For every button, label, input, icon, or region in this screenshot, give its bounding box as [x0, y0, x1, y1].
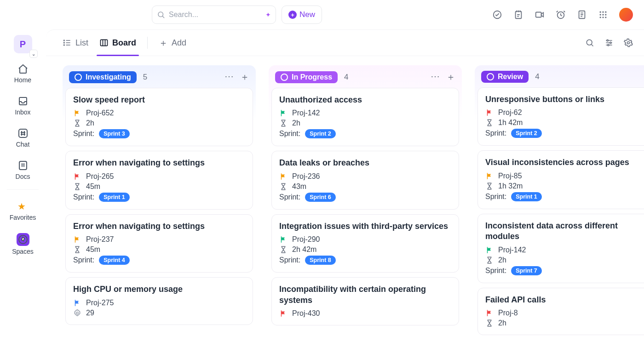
task-card[interactable]: Incompatibility with certain operating s… [271, 277, 459, 325]
column-more-icon[interactable]: ⋯ [224, 71, 234, 83]
column-count: 5 [143, 73, 147, 82]
sidebar-item-favorites[interactable]: ★ Favorites [0, 195, 46, 225]
hash-icon [17, 128, 29, 139]
flag-icon [73, 235, 81, 244]
user-avatar[interactable] [619, 8, 633, 22]
sprint-badge[interactable]: Sprint 1 [99, 193, 130, 202]
board-column: In Progress 4 ⋯ ＋ Unauthorized access Pr… [269, 65, 462, 329]
sprint-badge[interactable]: Sprint 8 [305, 256, 336, 265]
settings-gear-icon[interactable] [624, 38, 633, 47]
sprint-label: Sprint: [279, 130, 300, 138]
svg-point-15 [605, 17, 606, 18]
doc-icon[interactable] [577, 10, 587, 20]
task-card[interactable]: Unauthorized access Proj-142 2h Sprint:S… [271, 88, 459, 146]
task-card[interactable]: Slow speed report Proj-652 2h Sprint:Spr… [65, 88, 253, 146]
sprint-label: Sprint: [485, 193, 506, 201]
hourglass-icon [485, 319, 494, 327]
sprint-label: Sprint: [279, 256, 300, 264]
card-time-row: 45m [73, 245, 245, 254]
task-check-icon[interactable] [492, 10, 502, 20]
card-project-row: Proj-8 [485, 309, 644, 317]
svg-point-9 [605, 11, 606, 13]
column-add-icon[interactable]: ＋ [240, 71, 249, 83]
card-time: 2h [498, 256, 506, 264]
sprint-label: Sprint: [485, 267, 506, 275]
status-dot-icon [487, 73, 494, 80]
reminder-icon[interactable] [556, 10, 566, 20]
notepad-icon[interactable] [513, 10, 523, 20]
card-time-row: 2h [279, 119, 451, 127]
card-time: 2h [86, 119, 94, 127]
tab-board[interactable]: Board [99, 30, 136, 56]
card-title: Unresponsive buttons or links [485, 94, 644, 105]
card-sprint-row: Sprint:Sprint 2 [279, 129, 451, 138]
status-chip[interactable]: In Progress [275, 71, 338, 83]
task-card[interactable]: High CPU or memory usage Proj-275 29 [65, 277, 253, 325]
task-card[interactable]: Failed API calls Proj-8 2h [477, 288, 644, 335]
status-label: Investigating [86, 73, 131, 81]
sprint-badge[interactable]: Sprint 1 [511, 192, 542, 201]
card-title: High CPU or memory usage [73, 284, 245, 295]
task-card[interactable]: Integration issues with third-party serv… [271, 214, 459, 273]
flag-icon [279, 235, 288, 244]
task-card[interactable]: Visual inconsistencies across pages Proj… [477, 150, 644, 209]
sidebar-item-spaces[interactable]: Spaces [0, 228, 46, 259]
search-input[interactable] [169, 11, 262, 19]
record-clip-icon[interactable] [535, 10, 545, 20]
sidebar-item-label: Docs [16, 173, 30, 180]
filter-settings-icon[interactable] [604, 38, 614, 47]
card-title: Failed API calls [485, 295, 644, 305]
new-button[interactable]: + New [282, 6, 322, 24]
card-title: Incompatibility with certain operating s… [279, 284, 451, 306]
card-title: Slow speed report [73, 95, 245, 105]
hourglass-icon [279, 119, 288, 127]
sprint-badge[interactable]: Sprint 7 [511, 266, 542, 275]
workspace-switcher[interactable]: P ⌄ [14, 35, 32, 53]
sidebar-item-home[interactable]: Home [0, 58, 46, 87]
task-card[interactable]: Unresponsive buttons or links Proj-62 1h… [477, 87, 644, 146]
column-more-icon[interactable]: ⋯ [431, 71, 440, 83]
card-project-row: Proj-236 [279, 172, 451, 181]
sprint-badge[interactable]: Sprint 4 [99, 256, 130, 265]
task-card[interactable]: Data leaks or breaches Proj-236 43m Spri… [271, 151, 459, 209]
card-project-row: Proj-142 [485, 246, 644, 254]
sprint-badge[interactable]: Sprint 6 [305, 193, 336, 202]
hourglass-icon [485, 182, 494, 190]
task-card[interactable]: Error when navigating to settings Proj-2… [65, 214, 253, 273]
card-project-row: Proj-85 [485, 172, 644, 180]
card-points: 29 [86, 309, 94, 317]
card-points-row: 29 [73, 309, 245, 317]
card-time: 1h 32m [498, 182, 523, 190]
column-add-icon[interactable]: ＋ [446, 71, 455, 83]
card-title: Unauthorized access [279, 95, 451, 105]
search-box[interactable]: ✦ [152, 6, 276, 24]
sidebar-item-label: Inbox [15, 108, 30, 116]
card-sprint-row: Sprint:Sprint 7 [485, 266, 644, 275]
card-project-id: Proj-236 [292, 172, 320, 181]
apps-grid-icon[interactable] [598, 10, 608, 20]
sprint-badge[interactable]: Sprint 2 [511, 129, 542, 138]
hourglass-icon [279, 245, 288, 254]
sprint-badge[interactable]: Sprint 2 [305, 129, 336, 138]
search-view-icon[interactable] [585, 38, 594, 47]
sprint-badge[interactable]: Sprint 3 [99, 129, 130, 138]
svg-point-28 [627, 42, 630, 44]
sidebar-item-label: Favorites [10, 214, 36, 221]
flag-icon [485, 172, 494, 180]
sidebar-item-docs[interactable]: Docs [0, 154, 46, 184]
chevron-down-icon[interactable]: ⌄ [29, 50, 38, 58]
task-card[interactable]: Inconsistent data across different modul… [477, 214, 644, 283]
plus-icon: ＋ [159, 37, 168, 49]
sidebar-item-inbox[interactable]: Inbox [0, 90, 46, 120]
add-view-button[interactable]: ＋ Add [159, 37, 186, 49]
ai-sparkle-icon[interactable]: ✦ [265, 11, 271, 18]
card-title: Inconsistent data across different modul… [485, 221, 644, 242]
status-chip[interactable]: Investigating [69, 71, 137, 83]
status-chip[interactable]: Review [481, 71, 529, 83]
tab-list[interactable]: List [63, 30, 88, 56]
column-header: Investigating 5 ⋯ ＋ [63, 65, 256, 88]
task-card[interactable]: Error when navigating to settings Proj-2… [65, 151, 253, 209]
sidebar-item-chat[interactable]: Chat [0, 122, 46, 152]
add-view-label: Add [172, 38, 186, 48]
sprint-label: Sprint: [485, 129, 506, 137]
